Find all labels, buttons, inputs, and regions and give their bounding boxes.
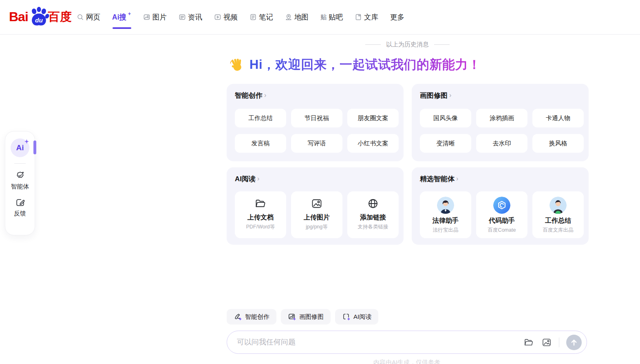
nav-tab-video[interactable]: 视频 [214, 0, 238, 34]
attach-image-icon[interactable] [541, 337, 552, 348]
card-smart-creation: 智能创作 › 工作总结 节日祝福 朋友圈文案 发言稿 写评语 小红书文案 [227, 84, 404, 161]
chip-work-summary[interactable]: 工作总结 [235, 109, 286, 127]
send-up-arrow-icon [569, 338, 578, 347]
quick-chip-image-editing[interactable]: 画图修图 [281, 309, 331, 325]
baidu-ai-search-page: Bai du 百度 网页 Ai搜+ 图片 [0, 0, 640, 364]
legal-assistant-avatar [437, 197, 454, 214]
comate-logo [493, 197, 510, 214]
ask-input[interactable] [237, 338, 520, 346]
sidebar-item-label: 反馈 [14, 210, 26, 217]
tile-legal-assistant[interactable]: 法律助手 法行宝出品 [420, 191, 471, 238]
attach-folder-icon[interactable] [523, 337, 534, 348]
map-pin-icon [285, 13, 292, 21]
divider-line [365, 44, 381, 45]
nav-tab-wenku[interactable]: 文库 [355, 0, 378, 34]
tile-subtitle: 百度文库出品 [543, 227, 574, 234]
nav-tab-label: 贴吧 [329, 12, 343, 22]
image-icon [311, 197, 323, 210]
baidu-paw-icon: du [28, 6, 50, 28]
quick-chip-smart-creation[interactable]: 智能创作 [227, 309, 276, 325]
tile-work-summary-agent[interactable]: 工作总结 百度文库出品 [532, 191, 584, 238]
tile-title: 工作总结 [545, 217, 571, 225]
agents-tile-grid: 法律助手 法行宝出品 代码助手 百度Comate [420, 191, 589, 238]
agents-badge-icon [15, 171, 25, 181]
sidebar-item-feedback[interactable]: 反馈 [14, 197, 26, 217]
note-icon [249, 13, 257, 21]
tile-code-assistant[interactable]: 代码助手 百度Comate [476, 191, 527, 238]
creation-chip-grid: 工作总结 节日祝福 朋友圈文案 发言稿 写评语 小红书文案 [235, 109, 404, 153]
tile-subtitle: 法行宝出品 [433, 227, 459, 234]
nav-tab-maps[interactable]: 地图 [285, 0, 309, 34]
chip-xiaohongshu-copy[interactable]: 小红书文案 [347, 134, 399, 153]
chevron-right-icon: › [264, 91, 266, 100]
chip-sharpen[interactable]: 变清晰 [420, 134, 471, 153]
chip-moments-copy[interactable]: 朋友圈文案 [347, 109, 399, 127]
chevron-right-icon: › [456, 174, 458, 183]
chip-doodle-illustration[interactable]: 涂鸦插画 [476, 109, 527, 127]
chip-speech-draft[interactable]: 发言稿 [235, 134, 286, 153]
image-icon [143, 13, 150, 21]
nav-tab-more[interactable]: 更多 [390, 0, 404, 34]
chip-write-comment[interactable]: 写评语 [291, 134, 342, 153]
tile-add-link[interactable]: 添加链接 支持各类链接 [347, 191, 399, 238]
tile-title: 添加链接 [360, 213, 386, 222]
history-divider: 以上为历史消息 [227, 41, 588, 48]
chip-change-style[interactable]: 换风格 [532, 134, 584, 153]
nav-tab-label: 笔记 [259, 12, 273, 22]
sidebar-ai-logo[interactable]: Ai [11, 138, 29, 157]
nav-tab-images[interactable]: 图片 [143, 0, 167, 34]
active-tab-underline [113, 27, 131, 29]
chevron-right-icon: › [449, 91, 451, 100]
chip-cartoon-character[interactable]: 卡通人物 [532, 109, 584, 127]
quick-chip-ai-reading[interactable]: AI阅读 [335, 309, 378, 325]
folder-icon [254, 197, 267, 210]
work-summary-avatar [550, 197, 567, 214]
card-smart-creation-title[interactable]: 智能创作 › [235, 91, 266, 100]
reading-tile-grid: 上传文档 PDF/Word等 上传图片 jpg/png等 添加链接 支持各类链接 [235, 191, 404, 238]
logo-text-bai: Bai [9, 9, 28, 24]
nav-tab-tieba[interactable]: 贴 贴吧 [320, 0, 343, 34]
nav-tab-news[interactable]: 资讯 [179, 0, 202, 34]
tile-title: 法律助手 [433, 217, 459, 225]
nav-tab-web[interactable]: 网页 [77, 0, 100, 34]
nav-tab-label: 资讯 [188, 12, 202, 22]
tile-upload-image[interactable]: 上传图片 jpg/png等 [291, 191, 342, 238]
image-plus-icon [288, 313, 296, 321]
nav-tab-label: 地图 [294, 12, 309, 22]
logo-text-cn: 百度 [48, 9, 72, 25]
chip-remove-watermark[interactable]: 去水印 [476, 134, 527, 153]
floating-sidebar: Ai 智能体 反馈 [5, 131, 35, 235]
sidebar-item-label: 智能体 [11, 183, 29, 191]
tile-title: 上传图片 [304, 213, 330, 222]
greeting-text: Hi，欢迎回来，一起试试我们的新能力！ [249, 56, 481, 73]
tile-title: 上传文档 [247, 213, 274, 222]
history-divider-text: 以上为历史消息 [386, 41, 429, 48]
video-icon [214, 13, 221, 21]
sidebar-item-agents[interactable]: 智能体 [11, 171, 29, 191]
tile-subtitle: jpg/png等 [306, 224, 328, 230]
tile-subtitle: 百度Comate [488, 227, 516, 234]
nav-tab-notes[interactable]: 笔记 [249, 0, 273, 34]
tieba-icon: 贴 [320, 13, 327, 21]
nav-tab-label: 文库 [364, 12, 378, 22]
tile-title: 代码助手 [489, 217, 515, 225]
chip-holiday-greeting[interactable]: 节日祝福 [291, 109, 342, 127]
card-featured-agents-title[interactable]: 精选智能体 › [420, 175, 458, 184]
card-image-editing-title[interactable]: 画图修图 › [420, 91, 451, 100]
waving-hand-icon [229, 57, 245, 72]
drawing-chip-grid: 国风头像 涂鸦插画 卡通人物 变清晰 去水印 换风格 [420, 109, 589, 153]
send-button[interactable] [566, 335, 582, 350]
input-divider [559, 338, 559, 347]
nav-tabs: 网页 Ai搜+ 图片 资讯 视频 笔记 [77, 0, 404, 34]
chip-guofeng-avatar[interactable]: 国风头像 [420, 109, 471, 127]
sparkle-icon [24, 139, 29, 144]
sidebar-divider [14, 163, 26, 164]
tile-upload-document[interactable]: 上传文档 PDF/Word等 [235, 191, 286, 238]
sidebar-drag-handle[interactable] [33, 140, 36, 154]
baidu-logo[interactable]: Bai du 百度 [9, 6, 72, 28]
news-icon [179, 13, 186, 21]
feedback-icon [15, 197, 25, 208]
search-icon [77, 13, 84, 21]
card-ai-reading-title[interactable]: AI阅读 › [235, 175, 259, 184]
nav-tab-ai-search[interactable]: Ai搜+ [112, 0, 131, 34]
